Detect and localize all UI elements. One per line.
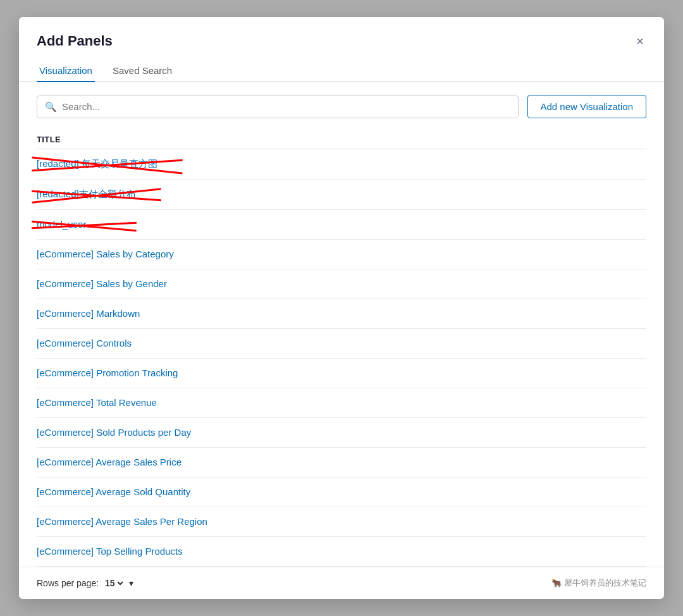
modal-header: Add Panels × <box>19 17 664 50</box>
table-row: [eCommerce] Average Sales Price <box>37 448 646 477</box>
footer: Rows per page: 15 25 50 ▾ 🐂 犀牛饲养员的技术笔记 <box>19 567 664 599</box>
table-header-title: Title <box>37 135 61 144</box>
add-panels-modal: Add Panels × Visualization Saved Search … <box>19 17 664 599</box>
rows-per-page: Rows per page: 15 25 50 ▾ <box>37 577 133 589</box>
redacted-row-wrapper: [redacted]支付金额分布 <box>37 188 136 200</box>
table-header: Title <box>37 130 646 149</box>
table-row: [eCommerce] Top Selling Products <box>37 537 646 567</box>
row-link[interactable]: [eCommerce] Average Sales Per Region <box>37 516 207 527</box>
row-link[interactable]: [eCommerce] Total Revenue <box>37 397 157 408</box>
table-row: model_user <box>37 210 646 240</box>
rows-per-page-select[interactable]: 15 25 50 <box>102 577 125 589</box>
row-link[interactable]: [eCommerce] Sales by Category <box>37 249 174 259</box>
table-row: [redacted] 每天交易量直方图 <box>37 149 646 180</box>
modal-overlay: Add Panels × Visualization Saved Search … <box>0 0 683 616</box>
add-new-visualization-button[interactable]: Add new Visualization <box>527 95 646 118</box>
row-link[interactable]: [eCommerce] Average Sales Price <box>37 457 182 467</box>
watermark: 🐂 犀牛饲养员的技术笔记 <box>551 577 646 589</box>
table-row: [eCommerce] Total Revenue <box>37 388 646 418</box>
close-button[interactable]: × <box>634 32 646 50</box>
search-wrapper: 🔍 <box>37 95 519 118</box>
tab-visualization[interactable]: Visualization <box>37 60 95 82</box>
search-icon: 🔍 <box>45 101 57 113</box>
table-list: [redacted] 每天交易量直方图 [redacted]支付金额分布 mod… <box>37 149 646 567</box>
table-row: [eCommerce] Markdown <box>37 299 646 329</box>
search-input[interactable] <box>62 101 510 112</box>
row-link[interactable]: [eCommerce] Sold Products per Day <box>37 427 191 438</box>
rows-per-page-label: Rows per page: <box>37 578 99 588</box>
table-row: [eCommerce] Sales by Gender <box>37 269 646 299</box>
row-link[interactable]: [redacted]支付金额分布 <box>37 188 136 200</box>
toolbar: 🔍 Add new Visualization <box>37 95 646 118</box>
tabs-container: Visualization Saved Search <box>19 50 664 82</box>
table-row: [eCommerce] Sales by Category <box>37 240 646 269</box>
table-row: [eCommerce] Average Sales Per Region <box>37 507 646 537</box>
redacted-row-wrapper: model_user <box>37 219 86 230</box>
row-link[interactable]: [redacted] 每天交易量直方图 <box>37 158 157 170</box>
modal-title: Add Panels <box>37 33 113 49</box>
table-row: [eCommerce] Average Sold Quantity <box>37 477 646 507</box>
row-link[interactable]: [eCommerce] Markdown <box>37 308 140 319</box>
row-link[interactable]: [eCommerce] Promotion Tracking <box>37 367 178 378</box>
table-row: [redacted]支付金额分布 <box>37 180 646 210</box>
table-row: [eCommerce] Promotion Tracking <box>37 359 646 388</box>
row-link[interactable]: [eCommerce] Sales by Gender <box>37 278 167 289</box>
row-link[interactable]: model_user <box>37 219 86 230</box>
redacted-row-wrapper: [redacted] 每天交易量直方图 <box>37 158 157 170</box>
table-row: [eCommerce] Sold Products per Day <box>37 418 646 448</box>
row-link[interactable]: [eCommerce] Controls <box>37 338 132 348</box>
tab-saved-search[interactable]: Saved Search <box>110 60 175 82</box>
row-link[interactable]: [eCommerce] Average Sold Quantity <box>37 486 190 497</box>
row-link[interactable]: [eCommerce] Top Selling Products <box>37 546 183 557</box>
table-row: [eCommerce] Controls <box>37 329 646 359</box>
chevron-down-icon: ▾ <box>129 578 133 588</box>
modal-body: 🔍 Add new Visualization Title [redacted]… <box>19 82 664 567</box>
